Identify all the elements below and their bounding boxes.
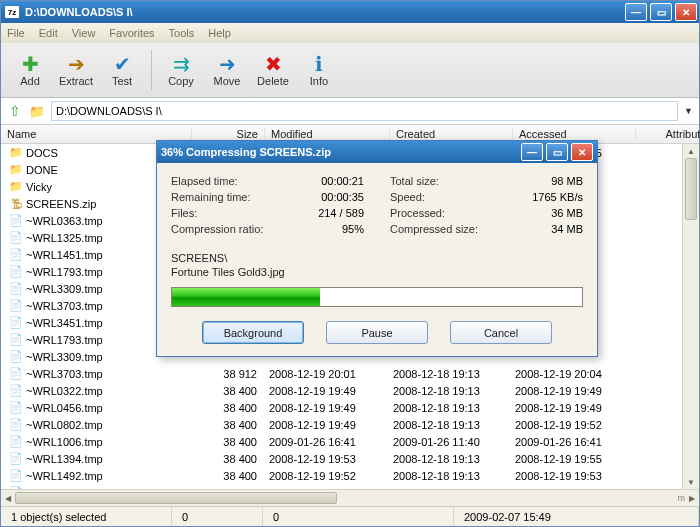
ratio-value: 95% — [342, 223, 364, 235]
file-accessed: 2008-12-19 19:49 — [509, 402, 631, 414]
file-accessed: 2008-12-19 19:49 — [509, 385, 631, 397]
move-button[interactable]: ➜Move — [204, 46, 250, 94]
file-modified: 2009-01-26 16:41 — [263, 436, 387, 448]
col-attributes[interactable]: Attributes — [636, 128, 700, 140]
tmp-icon: 📄 — [9, 265, 23, 279]
tmp-icon: 📄 — [9, 401, 23, 415]
background-button[interactable]: Background — [202, 321, 304, 344]
delete-button[interactable]: ✖Delete — [250, 46, 296, 94]
file-created: 2008-12-18 19:13 — [387, 470, 509, 482]
scroll-thumb-h[interactable] — [15, 492, 337, 504]
dialog-close-button[interactable]: ✕ — [571, 143, 593, 161]
scroll-right-icon[interactable]: ▶ — [685, 491, 699, 505]
progress-bar — [171, 287, 583, 307]
file-name: ~WRL1394.tmp — [26, 453, 103, 465]
menu-edit[interactable]: Edit — [39, 27, 58, 39]
window-title: D:\DOWNLOADS\S I\ — [25, 6, 625, 18]
address-input[interactable] — [51, 101, 678, 121]
status-bar: 1 object(s) selected 0 0 2009-02-07 15:4… — [1, 506, 699, 526]
menu-view[interactable]: View — [72, 27, 96, 39]
file-modified: 2008-12-19 19:53 — [263, 453, 387, 465]
table-row[interactable]: 📄~WRL0802.tmp38 4002008-12-19 19:492008-… — [1, 416, 699, 433]
extract-button[interactable]: ➔Extract — [53, 46, 99, 94]
col-accessed[interactable]: Accessed — [513, 128, 636, 140]
file-name: ~WRL3309.tmp — [26, 283, 103, 295]
speed-value: 1765 KB/s — [532, 191, 583, 203]
col-created[interactable]: Created — [390, 128, 513, 140]
maximize-button[interactable]: ▭ — [650, 3, 672, 21]
test-button[interactable]: ✔Test — [99, 46, 145, 94]
tmp-icon: 📄 — [9, 316, 23, 330]
folder-icon: 📁 — [9, 146, 23, 160]
table-row[interactable]: 📄~WRL1492.tmp38 4002008-12-19 19:522008-… — [1, 467, 699, 484]
file-size: 38 400 — [191, 470, 263, 482]
dialog-maximize-button[interactable]: ▭ — [546, 143, 568, 161]
scroll-down-icon[interactable]: ▼ — [683, 475, 699, 489]
col-modified[interactable]: Modified — [265, 128, 390, 140]
copy-button[interactable]: ⇉Copy — [158, 46, 204, 94]
tmp-icon: 📄 — [9, 384, 23, 398]
dropdown-icon[interactable]: ▼ — [684, 106, 693, 116]
menubar: File Edit View Favorites Tools Help — [1, 23, 699, 43]
file-size: 38 400 — [191, 385, 263, 397]
scroll-up-icon[interactable]: ▲ — [683, 144, 699, 158]
progress-fill — [172, 288, 320, 306]
tmp-icon: 📄 — [9, 469, 23, 483]
menu-file[interactable]: File — [7, 27, 25, 39]
menu-tools[interactable]: Tools — [169, 27, 195, 39]
app-icon: 7z — [5, 6, 19, 18]
minimize-button[interactable]: — — [625, 3, 647, 21]
vertical-scrollbar[interactable]: ▲ ▼ — [682, 144, 699, 489]
table-row[interactable]: 📄~WRL2098.tmp38 4002009-01-26 16:412009-… — [1, 484, 699, 489]
scroll-left-icon[interactable]: ◀ — [1, 491, 15, 505]
info-icon: ℹ — [315, 53, 323, 75]
file-accessed: 2008-12-19 19:52 — [509, 419, 631, 431]
tmp-icon: 📄 — [9, 299, 23, 313]
tmp-icon: 📄 — [9, 333, 23, 347]
dialog-title: 36% Compressing SCREENS.zip — [161, 146, 521, 158]
folder-icon: 📁 — [9, 180, 23, 194]
table-row[interactable]: 📄~WRL0322.tmp38 4002008-12-19 19:492008-… — [1, 382, 699, 399]
files-value: 214 / 589 — [318, 207, 364, 219]
file-modified: 2008-12-19 19:49 — [263, 385, 387, 397]
col-name[interactable]: Name — [1, 128, 192, 140]
elapsed-label: Elapsed time: — [171, 175, 238, 187]
address-bar: ⇧ 📁 ▼ — [1, 98, 699, 125]
col-size[interactable]: Size — [192, 128, 265, 140]
cancel-button[interactable]: Cancel — [450, 321, 552, 344]
file-created: 2009-01-26 11:40 — [387, 436, 509, 448]
delete-icon: ✖ — [265, 53, 282, 75]
elapsed-value: 00:00:21 — [321, 175, 364, 187]
file-modified: 2008-12-19 19:49 — [263, 402, 387, 414]
close-button[interactable]: ✕ — [675, 3, 697, 21]
scroll-thumb[interactable] — [685, 158, 697, 220]
table-row[interactable]: 📄~WRL3703.tmp38 9122008-12-19 20:012008-… — [1, 365, 699, 382]
tmp-icon: 📄 — [9, 248, 23, 262]
file-name: ~WRL3451.tmp — [26, 317, 103, 329]
table-row[interactable]: 📄~WRL1006.tmp38 4002009-01-26 16:412009-… — [1, 433, 699, 450]
status-size2: 0 — [263, 507, 454, 526]
info-button[interactable]: ℹInfo — [296, 46, 342, 94]
menu-help[interactable]: Help — [208, 27, 231, 39]
tmp-icon: 📄 — [9, 367, 23, 381]
tmp-icon: 📄 — [9, 435, 23, 449]
add-button[interactable]: ✚Add — [7, 46, 53, 94]
processed-value: 36 MB — [551, 207, 583, 219]
file-name: ~WRL3703.tmp — [26, 368, 103, 380]
pause-button[interactable]: Pause — [326, 321, 428, 344]
file-accessed: 2009-01-26 16:41 — [509, 436, 631, 448]
toolbar-divider — [151, 50, 152, 90]
progress-dialog: 36% Compressing SCREENS.zip — ▭ ✕ Elapse… — [156, 140, 598, 357]
file-name: ~WRL3309.tmp — [26, 351, 103, 363]
file-name: ~WRL1793.tmp — [26, 266, 103, 278]
status-size1: 0 — [172, 507, 263, 526]
menu-favorites[interactable]: Favorites — [109, 27, 154, 39]
file-name: DOCS — [26, 147, 58, 159]
tmp-icon: 📄 — [9, 418, 23, 432]
horizontal-scrollbar[interactable]: ◀ m ▶ — [1, 489, 699, 506]
up-icon[interactable]: ⇧ — [7, 103, 23, 119]
table-row[interactable]: 📄~WRL1394.tmp38 4002008-12-19 19:532008-… — [1, 450, 699, 467]
table-row[interactable]: 📄~WRL0456.tmp38 4002008-12-19 19:492008-… — [1, 399, 699, 416]
dialog-minimize-button[interactable]: — — [521, 143, 543, 161]
file-created: 2008-12-18 19:13 — [387, 453, 509, 465]
